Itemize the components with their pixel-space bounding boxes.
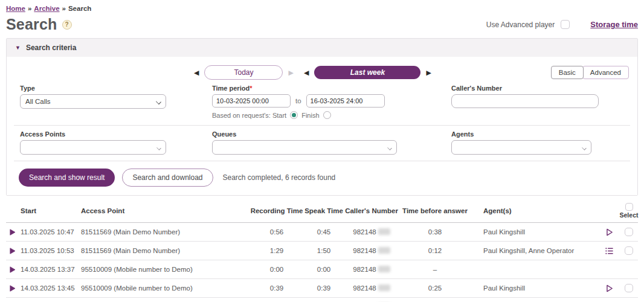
- based-on-request-line: Based on request's: Start Finish: [212, 111, 393, 119]
- col-callers-number: Caller's Number: [344, 207, 399, 214]
- redacted-blur: [378, 266, 390, 272]
- search-show-result-button[interactable]: Search and show result: [19, 169, 115, 187]
- row-access-point: 95510009 (Mobile number to Demo): [81, 284, 250, 292]
- storage-time-link[interactable]: Storage time: [590, 20, 638, 29]
- row-select-checkbox[interactable]: [625, 246, 633, 255]
- agents-select[interactable]: [451, 140, 591, 155]
- col-speak-time: Speak Time: [303, 207, 344, 214]
- access-points-label: Access Points: [20, 130, 166, 138]
- row-select-cell: [620, 246, 638, 255]
- row-select-cell: [620, 228, 638, 236]
- row-time-before-answer: –: [399, 266, 471, 273]
- play-icon[interactable]: [8, 266, 16, 274]
- actions-row: Search and show result Search and downlo…: [7, 166, 637, 195]
- row-action-cell: [598, 246, 620, 255]
- table-row[interactable]: 14.03.2025 13:37 95510009 (Mobile number…: [6, 260, 638, 279]
- type-select[interactable]: All Calls: [20, 94, 166, 109]
- title-right-controls: Use Advanced player Storage time: [486, 20, 638, 29]
- title-row: Search ? Use Advanced player Storage tim…: [6, 16, 638, 33]
- redacted-blur: [378, 284, 390, 291]
- col-select: Select: [620, 203, 638, 219]
- row-speak-time: 0:39: [303, 284, 344, 292]
- fields-row-2: Access Points Queues Agents: [7, 130, 637, 155]
- col-recording-time: Recording Time: [250, 207, 303, 214]
- row-caller-number: 982148: [344, 228, 399, 236]
- row-agents: Paul Kingshill: [471, 284, 598, 292]
- type-field: Type All Calls: [20, 85, 166, 119]
- time-period-from-input[interactable]: [212, 94, 291, 108]
- row-agents: Paul Kingshill, Anne Operator: [471, 247, 598, 254]
- row-start: 14.03.2025 13:37: [21, 266, 81, 273]
- search-criteria-header[interactable]: ▼ Search criteria: [7, 39, 637, 57]
- date-nav: ◀ Today ▶ ◀ Last week ▶: [194, 65, 431, 80]
- row-select-checkbox[interactable]: [625, 284, 633, 292]
- use-advanced-player-label: Use Advanced player: [486, 21, 555, 29]
- row-time-before-answer: 0:38: [399, 228, 471, 236]
- callers-number-field: Caller's Number: [451, 85, 599, 119]
- queues-field: Queues: [212, 130, 397, 155]
- next-day-arrow-icon: ▶: [288, 69, 293, 76]
- fields-row-1: Type All Calls Time period* to Based on …: [7, 81, 637, 119]
- play-icon[interactable]: [8, 247, 16, 255]
- basic-mode-button[interactable]: Basic: [551, 66, 584, 79]
- redacted-blur: [378, 228, 390, 235]
- advanced-mode-button[interactable]: Advanced: [582, 66, 629, 79]
- col-start: Start: [21, 207, 81, 214]
- row-caller-number: 982148: [344, 266, 399, 273]
- row-recording-time: 0:39: [250, 284, 303, 292]
- row-recording-time: 0:56: [250, 228, 303, 236]
- search-criteria-body: ◀ Today ▶ ◀ Last week ▶ Basic Advanced T…: [7, 57, 637, 195]
- help-icon[interactable]: ?: [62, 20, 72, 30]
- prev-week-arrow-icon[interactable]: ◀: [304, 69, 309, 76]
- row-select-checkbox[interactable]: [625, 228, 633, 236]
- use-advanced-player-checkbox[interactable]: [561, 20, 570, 29]
- play-icon[interactable]: [8, 284, 16, 292]
- access-points-field: Access Points: [20, 130, 166, 155]
- time-period-label: Time period*: [212, 85, 393, 92]
- search-status-text: Search completed, 6 records found: [223, 173, 336, 182]
- play-icon[interactable]: [8, 228, 16, 236]
- time-period-field: Time period* to Based on request's: Star…: [212, 85, 393, 119]
- col-time-before-answer: Time before answer: [399, 207, 471, 214]
- results-table: Start Access Point Recording Time Speak …: [6, 198, 638, 302]
- row-play-cell: [6, 228, 21, 236]
- breadcrumb-home-link[interactable]: Home: [6, 5, 25, 12]
- table-row[interactable]: 14.03.2025 13:45 95510009 (Mobile number…: [6, 279, 638, 298]
- date-nav-row: ◀ Today ▶ ◀ Last week ▶ Basic Advanced: [7, 63, 637, 81]
- row-speak-time: 0:45: [303, 228, 344, 236]
- prev-day-arrow-icon[interactable]: ◀: [194, 69, 199, 76]
- finish-radio[interactable]: [323, 111, 331, 119]
- next-week-arrow-icon[interactable]: ▶: [426, 69, 431, 76]
- row-action-cell: [598, 284, 620, 293]
- callers-number-input[interactable]: [451, 94, 599, 108]
- queues-select[interactable]: [212, 140, 397, 155]
- today-button[interactable]: Today: [204, 65, 283, 80]
- breadcrumb-separator: »: [28, 5, 31, 12]
- time-period-to-input[interactable]: [306, 94, 385, 108]
- row-recording-time: 1:29: [250, 247, 303, 254]
- row-select-cell: [620, 284, 638, 292]
- chevron-down-icon: [156, 99, 161, 104]
- recordings-list-icon[interactable]: [605, 246, 614, 255]
- row-agents: Paul Kingshill: [471, 228, 598, 236]
- search-download-button[interactable]: Search and download: [122, 169, 213, 187]
- callers-number-label: Caller's Number: [451, 85, 599, 92]
- col-agents: Agent(s): [471, 207, 598, 214]
- play-outline-icon[interactable]: [605, 284, 614, 293]
- table-row[interactable]: 14.03.2025 13:46 95510009 (Mobile number…: [6, 298, 638, 302]
- chevron-down-icon: [156, 146, 161, 150]
- select-all-checkbox[interactable]: [625, 203, 633, 211]
- table-row[interactable]: 11.03.2025 10:47 81511569 (Main Demo Num…: [6, 223, 638, 242]
- last-week-button[interactable]: Last week: [314, 66, 420, 79]
- table-row[interactable]: 11.03.2025 10:53 81511569 (Main Demo Num…: [6, 242, 638, 260]
- row-play-cell: [6, 284, 21, 292]
- start-radio[interactable]: [290, 111, 298, 119]
- row-speak-time: 1:50: [303, 247, 344, 254]
- breadcrumb-archive-link[interactable]: Archive: [34, 5, 59, 12]
- breadcrumb-current: Search: [68, 5, 91, 12]
- access-points-select[interactable]: [20, 140, 166, 155]
- based-on-request-label: Based on request's: Start: [212, 112, 286, 119]
- select-column-label: Select: [620, 211, 639, 219]
- play-outline-icon[interactable]: [605, 228, 614, 237]
- breadcrumb: Home»Archive»Search: [6, 5, 638, 12]
